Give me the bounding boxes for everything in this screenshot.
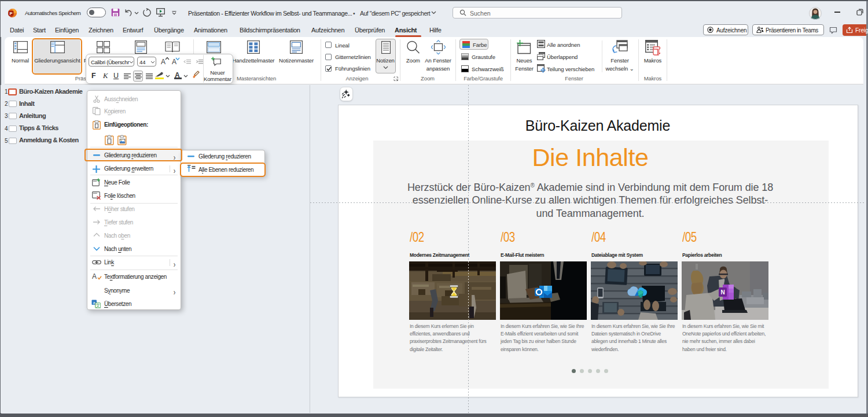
svg-text:文: 文 bbox=[96, 303, 101, 308]
svg-text:N: N bbox=[720, 289, 724, 296]
svg-text:P: P bbox=[9, 11, 12, 16]
